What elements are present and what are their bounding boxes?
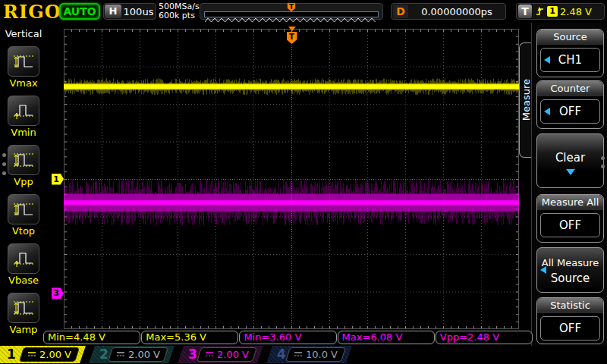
ch1-ground-marker[interactable]: 1 <box>52 174 64 185</box>
counter-title: Counter <box>537 81 603 96</box>
channel-2-status[interactable]: 2 2.00 V <box>89 346 175 363</box>
dc-coupling-icon <box>116 351 125 358</box>
softkey-statistic[interactable]: Statistic OFF <box>536 297 604 344</box>
run-status-badge: AUTO <box>59 3 100 20</box>
vbase-icon <box>12 249 35 268</box>
delay-label: D <box>393 5 408 18</box>
measure-all-title: Measure All <box>537 195 603 210</box>
channel-4-status[interactable]: 4 10.0 V <box>266 346 352 363</box>
measurement-slot: Max=6.08 V <box>338 331 435 344</box>
measurement-slot: Min=3.60 V <box>239 331 336 344</box>
left-menu-title: Vertical <box>0 28 47 39</box>
measure-all-value: OFF <box>559 218 581 232</box>
channel-scale: 2.00 V <box>217 349 249 360</box>
channel-number: 2 <box>99 346 109 363</box>
horizontal-label: H <box>105 5 121 18</box>
vertical-measure-menu: Vertical Vmax Vmin Vpp <box>0 23 47 346</box>
delay-box[interactable]: D 0.00000000ps <box>391 3 506 20</box>
memory-depth: 600k pts <box>159 11 200 20</box>
softkey-menu: Source CH1 Counter OFF Clear Measure All… <box>531 23 607 346</box>
ch3-ground-marker[interactable]: 3 <box>52 287 64 299</box>
source-title: Source <box>537 30 603 45</box>
preview-waveform <box>205 17 378 24</box>
dc-coupling-icon <box>27 351 36 358</box>
trigger-box[interactable]: T 1 2.48 V <box>516 3 605 20</box>
softkey-measure-all[interactable]: Measure All OFF <box>536 194 604 243</box>
trigger-position-arrow <box>288 27 296 31</box>
rising-edge-icon <box>535 5 545 17</box>
counter-value: OFF <box>559 105 581 118</box>
vmin-icon <box>12 101 35 121</box>
dc-coupling-icon <box>205 351 214 358</box>
left-arrow-icon <box>540 266 546 274</box>
down-arrow-icon <box>566 169 575 175</box>
waveform-display <box>64 29 519 329</box>
source-value: CH1 <box>558 53 582 67</box>
vmin-label: Vmin <box>0 127 47 138</box>
vpp-icon <box>12 150 35 170</box>
preview-trigger-marker[interactable]: T <box>288 3 296 11</box>
horizontal-timebase-box[interactable]: H 100us <box>103 3 156 20</box>
menu-item-vbase[interactable]: Vbase <box>0 243 47 286</box>
softkey-source[interactable]: Source CH1 <box>536 29 604 77</box>
preview-window <box>204 11 379 17</box>
statistic-value: OFF <box>559 322 581 335</box>
menu-item-vamp[interactable]: Vamp <box>0 293 47 335</box>
softkey-all-measure-source[interactable]: All Measure Source <box>536 247 604 293</box>
left-arrow-icon <box>544 108 550 115</box>
channel-number: 3 <box>188 346 197 363</box>
channel-scale: 2.00 V <box>39 349 71 360</box>
timebase-value: 100us <box>121 6 156 17</box>
trigger-position-marker[interactable]: T <box>286 27 297 44</box>
statistic-title: Statistic <box>537 298 603 313</box>
vpp-label: Vpp <box>0 176 47 187</box>
graticule[interactable] <box>64 29 519 329</box>
measurement-slot: Min=4.48 V <box>43 331 140 344</box>
all-measure-line1: All Measure <box>537 257 603 268</box>
vamp-icon <box>12 298 35 318</box>
acquisition-info: 500MSa/s 600k pts <box>159 2 200 20</box>
right-menu-scroll-dots <box>601 156 605 168</box>
channel-number: 1 <box>7 346 16 363</box>
menu-item-vpp[interactable]: Vpp <box>0 145 47 187</box>
clear-label: Clear <box>537 151 603 165</box>
trigger-level-value: 2.48 V <box>560 6 592 17</box>
channel-scale: 10.0 V <box>306 349 338 360</box>
channel-3-status[interactable]: 3 2.00 V <box>178 346 263 363</box>
measurement-readout-bar: Min=4.48 V Max=5.36 V Min=3.60 V Max=6.0… <box>43 331 533 344</box>
oscilloscope-screen: RIGOL AUTO H 100us 500MSa/s 600k pts T D… <box>0 0 607 364</box>
waveform-preview-bar[interactable]: T <box>200 3 383 20</box>
all-measure-line2: Source <box>537 271 603 285</box>
vamp-label: Vamp <box>0 324 47 335</box>
vbase-label: Vbase <box>0 275 47 286</box>
menu-item-vtop[interactable]: Vtop <box>0 194 47 237</box>
trigger-source-badge: 1 <box>547 6 558 17</box>
dc-coupling-icon <box>294 351 303 358</box>
channel-scale: 2.00 V <box>128 349 160 360</box>
channel-number: 4 <box>277 346 286 363</box>
measurement-slot: Vpp=2.48 V <box>436 331 533 344</box>
vtop-icon <box>12 199 35 219</box>
channel-status-bar: 1 2.00 V 2 2.00 V <box>0 346 607 364</box>
menu-item-vmin[interactable]: Vmin <box>0 96 47 138</box>
softkey-clear[interactable]: Clear <box>536 133 604 188</box>
measurement-slot: Max=5.36 V <box>141 331 238 344</box>
delay-value: 0.00000000ps <box>408 6 505 17</box>
trigger-label: T <box>518 5 532 18</box>
vmax-icon <box>12 52 35 71</box>
measure-tab-label: Measure <box>521 79 532 121</box>
left-arrow-icon <box>544 56 550 64</box>
left-menu-scroll-dots <box>2 153 6 175</box>
vtop-label: Vtop <box>0 225 47 237</box>
menu-item-vmax[interactable]: Vmax <box>0 46 47 89</box>
channel-1-status[interactable]: 1 2.00 V <box>0 346 86 363</box>
softkey-counter[interactable]: Counter OFF <box>536 80 604 129</box>
vmax-label: Vmax <box>0 77 47 89</box>
